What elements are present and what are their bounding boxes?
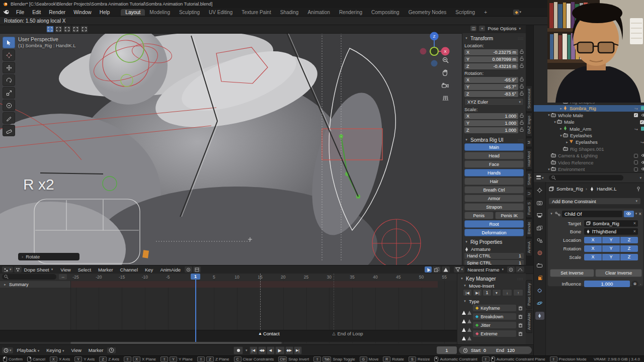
timeline-editor-icon[interactable]: ▾ <box>2 347 13 353</box>
delete-keytype-icon[interactable] <box>518 314 523 320</box>
transform-panel-header[interactable]: ▾Transform:::: <box>464 35 524 42</box>
next-keyframe-button[interactable]: ◆▶ <box>285 346 293 354</box>
insert-key-down-button[interactable]: ↓ <box>502 289 512 296</box>
expand-icon[interactable]: ▾ <box>559 134 563 138</box>
select-cursor-icon[interactable] <box>462 322 466 328</box>
horizontal-scrollbar[interactable] <box>70 342 282 344</box>
chevron-down-icon[interactable]: ▾ <box>639 176 641 180</box>
dope-sheet-mode-icon[interactable] <box>14 266 22 273</box>
location-x-field[interactable]: X-0.23275 m <box>464 49 518 55</box>
eye-icon[interactable] <box>641 160 644 165</box>
rotate-tool[interactable] <box>3 74 15 86</box>
workspace-tab-uv-editing[interactable]: UV Editing <box>204 9 237 16</box>
dope-sheet-editor[interactable]: ▾ Dope Sheet ▾ ViewSelectMarkerChannelKe… <box>0 265 533 344</box>
target-field[interactable]: Sombra_Rig× <box>584 220 638 227</box>
axis-toggle-z[interactable]: Z <box>620 254 638 260</box>
properties-tab-world[interactable] <box>535 249 544 257</box>
sidebar-tab-daz-impo[interactable]: DAZ Impo <box>526 113 532 137</box>
expand-icon[interactable]: ▸ <box>565 140 569 144</box>
warning-icon[interactable] <box>442 266 450 273</box>
rig-ui-panel-header[interactable]: ▾Sombra Rig UI:::: <box>464 136 524 143</box>
breadcrumb-object[interactable]: Sombra_Rig <box>556 186 583 192</box>
edit-cursor-icon[interactable] <box>425 266 432 273</box>
editor-type-dropdown[interactable]: ▾ <box>2 266 13 273</box>
outliner-row-sombra-rig[interactable]: ▸Sombra_Rig↪ <box>534 105 644 112</box>
rig-button-penis[interactable]: Penis <box>464 212 494 219</box>
sidebar-tab-blende[interactable]: Blende <box>526 219 532 237</box>
properties-tab-scene[interactable] <box>535 236 544 244</box>
rig-button-strapon[interactable]: Strapon <box>464 203 524 211</box>
clear-keyframe-icon[interactable]: ⊗ <box>631 281 638 287</box>
menu-render[interactable]: Render <box>45 10 69 15</box>
pin-icon[interactable] <box>636 187 640 193</box>
properties-tab-render[interactable] <box>535 199 544 207</box>
dope-sheet-menu-view[interactable]: View <box>57 267 74 273</box>
scale-y-field[interactable]: Y1.000 <box>464 120 518 126</box>
menu-window[interactable]: Window <box>69 10 96 15</box>
delete-keytype-icon[interactable] <box>518 322 523 328</box>
expand-icon[interactable]: ▾ <box>553 120 557 124</box>
filter-icon[interactable]: ▾ <box>454 266 465 273</box>
workspace-tab-modeling[interactable]: Modeling <box>145 9 175 16</box>
clear-inverse-button[interactable]: Clear Inverse <box>595 269 642 277</box>
expand-icon[interactable]: ▾ <box>547 113 551 117</box>
play-reverse-button[interactable]: ◀ <box>267 346 275 354</box>
properties-tab-output[interactable] <box>535 211 544 219</box>
timeline-menu-keying[interactable]: Keying ▾ <box>43 347 67 353</box>
move-insert-header[interactable]: ▾Move-Insert <box>460 282 523 289</box>
expand-icon[interactable]: ▾ <box>547 167 551 171</box>
dope-sheet-tab-animaide[interactable]: AnimAide <box>526 310 532 333</box>
checkbox-unchecked[interactable] <box>634 154 638 158</box>
properties-tab-object[interactable] <box>535 274 544 282</box>
outliner-row-rig-shapes-001[interactable]: Rig Shapes.001 <box>534 146 644 152</box>
dope-sheet-menu-select[interactable]: Select <box>74 267 95 273</box>
select-mode-select-box-icon[interactable] <box>55 26 62 33</box>
scale-x-field[interactable]: X1.000 <box>464 113 518 119</box>
ghost-frames-icon[interactable] <box>433 266 441 273</box>
deselect-cursor-icon[interactable] <box>467 331 471 336</box>
marker-end-of-loop[interactable]: △End of Loop <box>332 332 335 336</box>
expand-icon[interactable]: ▸ <box>559 127 563 131</box>
properties-tab-physics[interactable] <box>535 299 544 307</box>
sidebar-tab-u[interactable]: U <box>526 189 532 198</box>
workspace-tab-shading[interactable]: Shading <box>276 9 303 16</box>
properties-tab-bone-constraint[interactable] <box>535 312 544 320</box>
playhead[interactable] <box>195 274 196 343</box>
menu-edit[interactable]: Edit <box>28 10 45 15</box>
axis-toggle-y[interactable]: Y <box>602 237 620 243</box>
outliner-row-male-arm[interactable]: ▸Male_Arm↪ <box>534 126 644 132</box>
insert-options-dropdown[interactable]: ▾ <box>492 289 501 296</box>
fit-range-icon[interactable]: ↔ <box>59 274 67 280</box>
eye-icon[interactable] <box>641 166 644 172</box>
constraint-name-field[interactable]: Child Of <box>562 211 622 217</box>
type-field-jitter[interactable]: ◆Jitter <box>473 322 516 328</box>
checkbox-unchecked[interactable] <box>634 160 638 164</box>
deselect-cursor-icon[interactable] <box>467 322 471 328</box>
keying-set-clock-icon[interactable] <box>107 347 116 353</box>
rig-button-armor[interactable]: Armor <box>464 195 524 202</box>
channel-search-input[interactable] <box>2 274 56 280</box>
lock-icon[interactable] <box>520 63 524 69</box>
blender-menu-icon[interactable] <box>3 10 10 15</box>
properties-tab-collection[interactable] <box>535 261 544 269</box>
rig-prop-spine-ctrl[interactable]: Spine CTRL1 <box>464 260 524 265</box>
select-mode-tweak-icon[interactable] <box>46 26 54 33</box>
axis-toggle-x[interactable]: X <box>584 254 602 260</box>
select-mode-select-paint-icon[interactable] <box>80 26 88 33</box>
timeline-menu-marker[interactable]: Marker <box>85 347 107 353</box>
delete-keytype-icon[interactable] <box>518 305 523 311</box>
hide-channels-icon[interactable] <box>193 266 201 273</box>
outliner-row-video-reference[interactable]: Video Reference <box>534 159 644 166</box>
lock-icon[interactable] <box>520 113 524 119</box>
dope-sheet-tab-pose-library[interactable]: Pose Library <box>526 280 532 309</box>
insert-key-up-button[interactable]: ↑ <box>513 289 523 296</box>
workspace-tab-compositing[interactable]: Compositing <box>367 9 404 16</box>
only-selected-icon[interactable] <box>185 266 192 273</box>
rig-button-hands[interactable]: Hands <box>464 169 524 176</box>
lock-icon[interactable] <box>520 77 524 82</box>
dope-sheet-mode-dropdown[interactable]: Dope Sheet <box>22 267 51 273</box>
frame-range-fields[interactable]: Start0 End120 <box>459 346 532 354</box>
axis-toggle-y[interactable]: Y <box>602 254 620 260</box>
deselect-cursor-icon[interactable] <box>467 305 471 311</box>
workspace-tab-rendering[interactable]: Rendering <box>335 9 367 16</box>
